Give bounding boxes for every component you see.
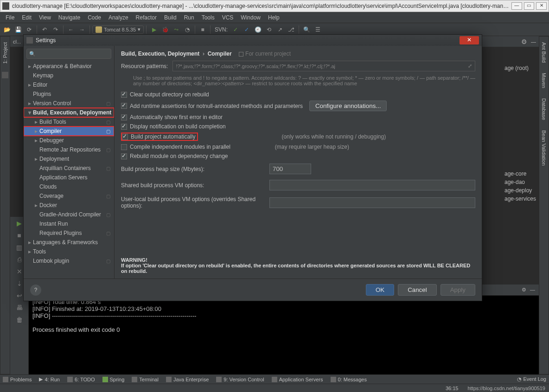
save-icon[interactable]: 💾 [13, 25, 23, 35]
menu-navigate[interactable]: Navigate [55, 13, 84, 22]
clear-output-checkbox[interactable]: Clear output directory on rebuild [121, 91, 209, 98]
vcs-rollback-icon[interactable]: ⟲ [264, 25, 274, 35]
tree-app-servers[interactable]: Application Servers [24, 173, 114, 182]
run-icon[interactable]: ▶ [149, 25, 159, 35]
rebuild-dep-checkbox[interactable]: Rebuild module on dependency change [121, 153, 228, 159]
menu-refactor[interactable]: Refactor [132, 13, 160, 22]
vcs-history-icon[interactable]: 🕘 [253, 25, 263, 35]
shared-vm-input[interactable] [269, 180, 475, 190]
tree-build-execution-deployment[interactable]: ▾Build, Execution, Deployment [24, 108, 114, 117]
cancel-button[interactable]: Cancel [398, 284, 437, 296]
tool-run[interactable]: ▶4: Run [39, 376, 59, 382]
menu-file[interactable]: File [2, 13, 18, 22]
tree-editor[interactable]: ▸Editor [24, 80, 114, 89]
dialog-titlebar[interactable]: Settings ✕ [24, 35, 482, 46]
menu-window[interactable]: Window [237, 13, 264, 22]
layout-icon[interactable]: ▥ [16, 244, 23, 251]
display-notification-checkbox[interactable]: Display notification on build completion [121, 123, 226, 130]
maximize-button[interactable]: ▭ [524, 2, 535, 10]
gear-icon[interactable]: ⚙ [521, 38, 527, 45]
tree-item[interactable]: age-core [503, 170, 538, 178]
rerun-icon[interactable]: ▶ [16, 220, 23, 227]
ok-button[interactable]: OK [366, 284, 394, 296]
tool-problems[interactable]: Problems [3, 377, 32, 382]
menu-tools[interactable]: Tools [198, 13, 218, 22]
open-icon[interactable]: 📂 [2, 25, 12, 35]
undo-icon[interactable]: ↶ [39, 25, 50, 35]
build-auto-checkbox[interactable]: Build project automatically [122, 133, 195, 140]
menu-edit[interactable]: Edit [18, 13, 35, 22]
gear-icon[interactable]: ⚙ [522, 287, 526, 293]
vcs-branch-icon[interactable]: ⎇ [286, 25, 296, 35]
tool-database[interactable]: Database [541, 96, 547, 122]
tree-compiler[interactable]: ▸Compiler▢ [24, 126, 114, 136]
tree-languages[interactable]: ▸Languages & Frameworks [24, 238, 114, 247]
trash-icon[interactable]: 🗑 [16, 316, 23, 323]
tree-required-plugins[interactable]: Required Plugins▢ [24, 228, 114, 238]
coverage-icon[interactable]: ⤳ [171, 25, 181, 35]
search-icon[interactable]: 🔍 [301, 25, 312, 35]
menu-build[interactable]: Build [160, 13, 180, 22]
tree-item[interactable]: age-services [503, 195, 538, 203]
scroll-icon[interactable]: ⇣ [16, 280, 23, 287]
tree-keymap[interactable]: Keymap [24, 71, 114, 80]
stop-run-icon[interactable]: ■ [16, 232, 23, 239]
tree-root[interactable]: age (root) [503, 64, 538, 72]
refresh-icon[interactable]: ⟳ [24, 25, 34, 35]
minimize-button[interactable]: — [511, 2, 522, 10]
tree-item[interactable]: age-deploy [503, 186, 538, 195]
tree-plugins[interactable]: Plugins [24, 89, 114, 99]
configure-annotations-button[interactable]: Configure annotations... [309, 101, 387, 111]
menu-help[interactable]: Help [264, 13, 283, 22]
vcs-commit-icon[interactable]: ✓ [230, 25, 241, 35]
back-icon[interactable]: ← [66, 25, 76, 35]
tree-lombok[interactable]: Lombok plugin▢ [24, 256, 114, 266]
help-button[interactable]: ? [30, 285, 41, 296]
menu-code[interactable]: Code [84, 13, 105, 22]
minimize-panel-icon[interactable]: — [530, 287, 535, 293]
wrap-icon[interactable]: ↩ [16, 292, 23, 299]
menu-vcs[interactable]: VCS [218, 13, 237, 22]
console-output[interactable]: [INFO] Total time: 0.864 s [INFO] Finish… [29, 296, 539, 374]
tree-appearance[interactable]: ▸Appearance & Behavior [24, 62, 114, 71]
pin-icon[interactable]: ⎙ [16, 256, 23, 263]
debug-icon[interactable]: 🐞 [160, 25, 170, 35]
search-field[interactable] [36, 51, 114, 57]
vcs-update-icon[interactable]: ✓ [242, 25, 252, 35]
event-log[interactable]: ◔ Event Log [517, 376, 546, 382]
auto-first-error-checkbox[interactable]: Automatically show first error in editor [121, 114, 223, 120]
print-icon[interactable]: 🖶 [16, 304, 23, 311]
user-vm-input[interactable] [269, 197, 475, 208]
tool-javaee[interactable]: Java Enterprise [166, 377, 209, 382]
forward-icon[interactable]: → [77, 25, 87, 35]
close-run-icon[interactable]: ✕ [16, 268, 23, 275]
tool-bean[interactable]: Bean Validation [541, 128, 547, 167]
tree-gradle-android[interactable]: Gradle-Android Compiler▢ [24, 210, 114, 219]
expand-icon[interactable]: ⤢ [468, 63, 472, 69]
tool-project[interactable]: 1: Project [2, 40, 8, 65]
tree-build-tools[interactable]: ▸Build Tools▢ [24, 117, 114, 126]
tool-todo[interactable]: 6: TODO [67, 377, 95, 382]
structure-tool-icon[interactable] [2, 72, 8, 78]
tree-deployment[interactable]: ▸Deployment [24, 154, 114, 164]
menu-run[interactable]: Run [180, 13, 198, 22]
close-button[interactable]: ✕ [536, 2, 547, 10]
tree-instant-run[interactable]: Instant Run [24, 219, 114, 228]
tool-ant[interactable]: Ant Build [541, 40, 547, 64]
tool-appservers[interactable]: Application Servers [272, 377, 323, 382]
tree-tools[interactable]: ▸Tools [24, 247, 114, 256]
tool-terminal[interactable]: Terminal [132, 377, 159, 382]
stop-icon[interactable]: ■ [198, 25, 208, 35]
run-config-selector[interactable]: Tomcat 8.5.35 ▾ [92, 25, 144, 34]
tree-arquillian[interactable]: Arquillian Containers▢ [24, 164, 114, 173]
tool-vcs[interactable]: 9: Version Control [216, 377, 264, 382]
structure-icon[interactable]: ☰ [313, 25, 323, 35]
tree-coverage[interactable]: Coverage▢ [24, 191, 114, 201]
resource-patterns-input[interactable]: !?*.java;!?*.form;!?*.class;!?*.groovy;!… [172, 61, 475, 71]
tool-maven[interactable]: Maven [541, 71, 547, 90]
settings-search-input[interactable]: 🔍 [26, 49, 111, 59]
redo-icon[interactable]: ↷ [51, 25, 61, 35]
menu-analyze[interactable]: Analyze [105, 13, 132, 22]
tool-messages[interactable]: 0: Messages [331, 377, 367, 382]
tree-docker[interactable]: ▸Docker [24, 201, 114, 210]
